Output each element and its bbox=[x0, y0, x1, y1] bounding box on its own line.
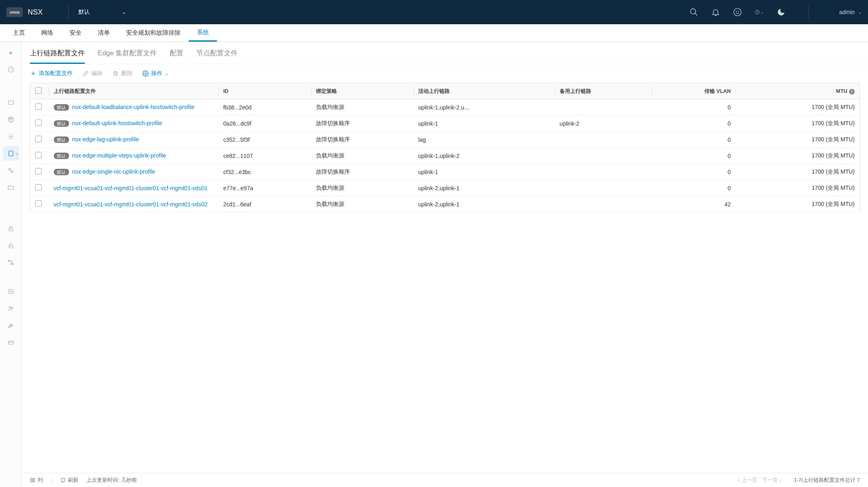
default-badge: 默认 bbox=[54, 169, 69, 175]
default-badge: 默认 bbox=[54, 136, 69, 143]
sidebar-item-tool[interactable] bbox=[3, 318, 19, 333]
table-row: 默认nsx-edge-multiple-vteps-uplink-profile… bbox=[30, 148, 860, 164]
dark-mode-icon[interactable] bbox=[777, 8, 786, 17]
subtab-config[interactable]: 配置 bbox=[170, 48, 183, 64]
profile-name-link[interactable]: nsx-edge-single-nic-uplink-profile bbox=[72, 168, 155, 175]
header-active[interactable]: 活动上行链路 bbox=[413, 83, 555, 99]
header-policy[interactable]: 绑定策略 bbox=[311, 83, 413, 99]
tenant-selector[interactable]: 默认 ⌄ bbox=[78, 8, 126, 16]
cell-policy: 负载均衡源 bbox=[311, 180, 413, 196]
bell-icon[interactable] bbox=[711, 8, 720, 17]
table-row: 默认nsx-edge-lag-uplink-profile c352...5f3… bbox=[30, 132, 860, 148]
sidebar-item-gear[interactable] bbox=[3, 129, 19, 144]
table-row: vcf-mgmt01-vcsa01-vcf-mgmt01-cluster01-v… bbox=[30, 196, 860, 212]
row-checkbox[interactable] bbox=[35, 200, 42, 207]
sidebar-item-cube[interactable] bbox=[3, 112, 19, 127]
svg-rect-10 bbox=[8, 151, 13, 156]
sidebar-item-folder[interactable] bbox=[3, 180, 19, 195]
last-updated: 上次更新时间: 几秒前 bbox=[86, 477, 137, 484]
sidebar-item-lock[interactable] bbox=[3, 221, 19, 236]
cell-vlan: 42 bbox=[651, 196, 736, 212]
svg-point-2 bbox=[734, 8, 741, 16]
svg-point-24 bbox=[145, 73, 146, 74]
smile-icon[interactable] bbox=[733, 8, 742, 17]
add-label: 添加配置文件 bbox=[39, 70, 73, 77]
nav-planning[interactable]: 安全规划和故障排除 bbox=[118, 24, 189, 42]
next-page: 下一页 › bbox=[762, 477, 781, 484]
cell-active: uplink-2,uplink-1 bbox=[413, 180, 555, 196]
nav-network[interactable]: 网络 bbox=[33, 24, 61, 42]
cell-standby: uplink-2 bbox=[555, 115, 651, 132]
sidebar-item-compute[interactable] bbox=[3, 95, 19, 110]
nav-security[interactable]: 安全 bbox=[61, 24, 90, 42]
row-checkbox[interactable] bbox=[35, 168, 42, 174]
nav-inventory[interactable]: 清单 bbox=[90, 24, 118, 42]
nav-home[interactable]: 主页 bbox=[5, 24, 33, 42]
svg-point-3 bbox=[736, 11, 737, 12]
table-row: vcf-mgmt01-vcsa01-vcf-mgmt01-cluster01-v… bbox=[30, 180, 860, 196]
profile-name-link[interactable]: vcf-mgmt01-vcsa01-vcf-mgmt01-cluster01-v… bbox=[54, 185, 208, 191]
row-checkbox[interactable] bbox=[35, 103, 42, 110]
cell-policy: 故障切换顺序 bbox=[311, 132, 413, 148]
svg-rect-15 bbox=[8, 260, 10, 262]
cell-vlan: 0 bbox=[651, 148, 736, 164]
svg-rect-14 bbox=[9, 245, 13, 248]
sidebar-item-flow[interactable] bbox=[3, 255, 19, 270]
add-profile-button[interactable]: 添加配置文件 bbox=[30, 70, 73, 77]
row-checkbox[interactable] bbox=[35, 152, 42, 158]
select-all-checkbox[interactable] bbox=[35, 87, 42, 94]
product-name: NSX bbox=[27, 8, 42, 17]
table-row: 默认nsx-default-loadbalance-uplink-hostswi… bbox=[30, 99, 860, 115]
header-select bbox=[30, 83, 49, 99]
header-name[interactable]: 上行链路配置文件 bbox=[49, 83, 219, 99]
row-checkbox[interactable] bbox=[35, 120, 42, 126]
svg-rect-25 bbox=[31, 479, 32, 482]
row-checkbox[interactable] bbox=[35, 184, 42, 191]
delete-label: 删除 bbox=[121, 70, 133, 77]
sidebar-item-users[interactable] bbox=[3, 301, 19, 316]
sidebar-item-dashboard[interactable] bbox=[3, 62, 19, 77]
profile-name-link[interactable]: nsx-edge-multiple-vteps-uplink-profile bbox=[72, 152, 166, 159]
search-icon[interactable] bbox=[689, 8, 698, 17]
cell-active: uplink-2,uplink-1 bbox=[413, 196, 555, 212]
svg-rect-26 bbox=[33, 479, 35, 482]
help-icon[interactable]: ⌄ bbox=[755, 8, 764, 17]
edit-label: 编辑 bbox=[91, 70, 103, 77]
actions-button[interactable]: 操作 ⌄ bbox=[142, 70, 169, 77]
cell-standby bbox=[555, 196, 651, 212]
header-mtu[interactable]: MTUi bbox=[735, 83, 860, 99]
cell-vlan: 0 bbox=[651, 115, 736, 132]
header-standby[interactable]: 备用上行链路 bbox=[555, 83, 651, 99]
sidebar-expand-icon[interactable]: » bbox=[0, 45, 21, 60]
columns-button[interactable]: 列 bbox=[30, 477, 43, 484]
nav-system[interactable]: 系统 bbox=[189, 24, 217, 42]
table-row: 默认nsx-edge-single-nic-uplink-profile cf3… bbox=[30, 164, 860, 180]
app-header: vmw NSX 默认 ⌄ ⌄ admin ⌄ bbox=[0, 0, 868, 24]
info-icon[interactable]: i bbox=[849, 89, 855, 94]
cell-active: uplink-1 bbox=[413, 164, 555, 180]
sidebar-item-backup[interactable] bbox=[3, 284, 19, 299]
profile-name-link[interactable]: nsx-default-uplink-hostswitch-profile bbox=[72, 120, 162, 126]
default-badge: 默认 bbox=[54, 153, 69, 159]
sidebar-item-profiles[interactable]: › bbox=[3, 146, 19, 161]
cell-id: e77e...e97a bbox=[219, 180, 312, 196]
row-checkbox[interactable] bbox=[35, 136, 42, 142]
sidebar-item-migrate[interactable] bbox=[3, 163, 19, 178]
header-vlan[interactable]: 传输 VLAN bbox=[651, 83, 736, 99]
profile-name-link[interactable]: vcf-mgmt01-vcsa01-vcf-mgmt01-cluster01-v… bbox=[54, 201, 208, 208]
subtab-edge-cluster-profiles[interactable]: Edge 集群配置文件 bbox=[98, 48, 157, 64]
cell-vlan: 0 bbox=[651, 132, 736, 148]
user-menu[interactable]: admin ⌄ bbox=[839, 9, 862, 15]
refresh-button[interactable]: 刷新 bbox=[60, 477, 78, 484]
user-label: admin bbox=[839, 9, 855, 15]
subtab-node-profiles[interactable]: 节点配置文件 bbox=[196, 48, 238, 64]
subtab-uplink-profiles[interactable]: 上行链路配置文件 bbox=[30, 48, 85, 64]
header-id[interactable]: ID bbox=[219, 83, 312, 99]
profile-name-link[interactable]: nsx-edge-lag-uplink-profile bbox=[72, 136, 139, 143]
sidebar-item-card[interactable] bbox=[3, 335, 19, 350]
chevron-down-icon: ⌄ bbox=[165, 71, 169, 76]
actions-label: 操作 bbox=[151, 70, 162, 77]
svg-rect-8 bbox=[8, 101, 13, 105]
sidebar-item-unlock[interactable] bbox=[3, 238, 19, 253]
profile-name-link[interactable]: nsx-default-loadbalance-uplink-hostswitc… bbox=[72, 104, 195, 110]
